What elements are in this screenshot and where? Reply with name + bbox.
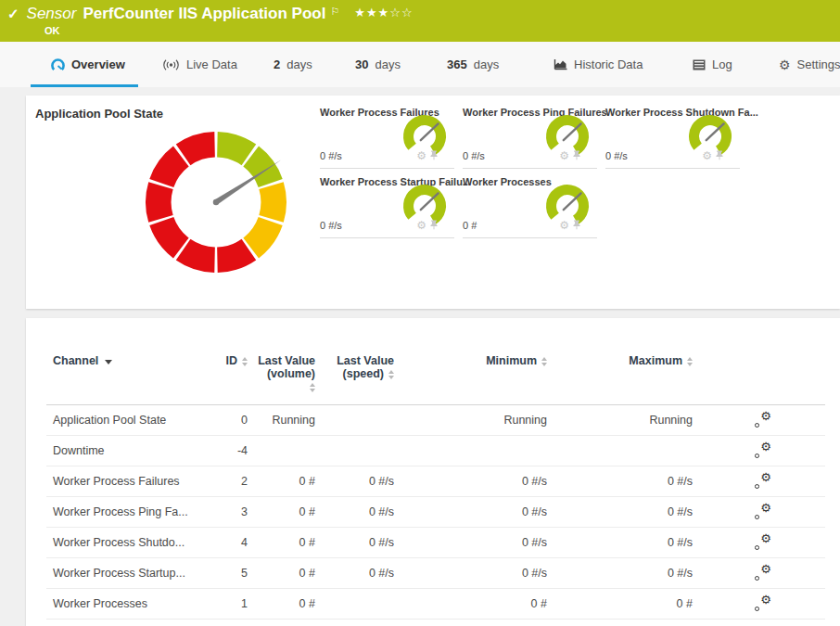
mini-gauge-tile[interactable]: Worker Process Ping Failures 0 #/s ⚙ xyxy=(463,104,597,169)
table-row[interactable]: Application Pool State 0 Running Running… xyxy=(46,405,825,436)
pin-icon[interactable] xyxy=(716,147,723,164)
cell-id: 0 xyxy=(204,414,248,427)
cell-minimum: 0 #/s xyxy=(394,536,547,549)
tab-label: Live Data xyxy=(186,57,237,71)
gear-icon: ⚙ xyxy=(779,58,791,71)
tab-365-days[interactable]: 365 days xyxy=(447,42,499,87)
cell-channel[interactable]: Worker Processes xyxy=(46,597,204,610)
cell-last-volume: Running xyxy=(248,414,315,427)
cell-minimum: 0 #/s xyxy=(394,567,547,580)
mini-gauge-tile[interactable]: Worker Process Failures 0 #/s ⚙ xyxy=(320,104,454,169)
status-badge: OK xyxy=(45,25,60,36)
cell-channel[interactable]: Worker Process Ping Fa... xyxy=(46,505,204,518)
mini-gauge-tile[interactable]: Worker Process Shutdown Fa... 0 #/s ⚙ xyxy=(605,104,740,169)
cell-id: 3 xyxy=(204,505,248,518)
table-row[interactable]: Worker Process Startup... 5 0 # 0 #/s 0 … xyxy=(46,558,825,589)
cell-id: 2 xyxy=(204,475,248,488)
tab-days-number: 365 xyxy=(447,57,467,71)
table-header: Channel ID Last Value (volume) Last Valu… xyxy=(46,352,825,405)
tab-label: Settings xyxy=(797,57,840,71)
cell-minimum: 0 #/s xyxy=(394,475,547,488)
cell-maximum: 0 # xyxy=(547,597,693,610)
cell-minimum: 0 #/s xyxy=(394,505,547,518)
sensor-title: PerfCounter IIS Application Pool xyxy=(83,5,325,23)
col-last-value-volume[interactable]: Last Value (volume) xyxy=(248,352,315,404)
col-id[interactable]: ID xyxy=(204,352,248,404)
channel-table: Channel ID Last Value (volume) Last Valu… xyxy=(46,352,825,620)
channel-settings-icon[interactable]: ⚙ xyxy=(755,504,771,518)
sort-caret-icon xyxy=(105,360,112,364)
cell-channel[interactable]: Worker Process Startup... xyxy=(46,567,204,580)
tab-days-number: 2 xyxy=(274,57,280,71)
table-row[interactable]: Downtime -4 ⚙ xyxy=(46,436,825,466)
cell-channel[interactable]: Worker Process Failures xyxy=(46,475,204,488)
cell-maximum: 0 #/s xyxy=(547,475,693,488)
live-data-icon xyxy=(162,59,180,70)
tab-label: Historic Data xyxy=(574,57,643,71)
cell-maximum: 0 #/s xyxy=(547,505,693,518)
tab-log[interactable]: Log xyxy=(693,42,732,87)
col-label: ID xyxy=(226,354,238,367)
channel-settings-icon[interactable]: ⚙ xyxy=(755,412,771,427)
col-channel[interactable]: Channel xyxy=(46,352,204,404)
col-minimum[interactable]: Minimum xyxy=(394,352,547,404)
gauge-settings-gear-icon[interactable]: ⚙ xyxy=(559,150,569,161)
tab-days-unit: days xyxy=(474,57,499,71)
table-row[interactable]: Worker Processes 1 0 # 0 # 0 # ⚙ xyxy=(46,589,825,620)
tab-historic-data[interactable]: Historic Data xyxy=(554,42,643,87)
tab-live-data[interactable]: Live Data xyxy=(162,42,237,87)
table-row[interactable]: Worker Process Failures 2 0 # 0 #/s 0 #/… xyxy=(46,466,825,497)
log-icon xyxy=(693,59,706,70)
col-last-value-speed[interactable]: Last Value (speed) xyxy=(315,352,394,404)
cell-last-speed: 0 #/s xyxy=(315,567,394,580)
channel-settings-icon[interactable]: ⚙ xyxy=(755,565,771,580)
cell-last-speed: 0 #/s xyxy=(315,536,394,549)
tab-2-days[interactable]: 2 days xyxy=(274,42,312,87)
cell-id: 5 xyxy=(204,567,248,580)
cell-maximum: 0 #/s xyxy=(547,536,693,549)
channel-settings-icon[interactable]: ⚙ xyxy=(755,595,771,610)
channel-settings-icon[interactable]: ⚙ xyxy=(755,534,771,549)
tab-settings[interactable]: ⚙ Settings xyxy=(779,42,840,87)
col-label: (volume) xyxy=(248,367,315,380)
table-row[interactable]: Worker Process Ping Fa... 3 0 # 0 #/s 0 … xyxy=(46,497,825,528)
stars-filled[interactable]: ★★★ xyxy=(354,6,389,19)
historic-chart-icon xyxy=(554,58,567,70)
pin-icon[interactable] xyxy=(573,147,580,164)
col-label: Last Value xyxy=(248,354,315,367)
mini-gauge-value: 0 #/s xyxy=(320,220,342,231)
stars-empty[interactable]: ☆☆ xyxy=(389,6,413,19)
tab-label: Overview xyxy=(71,57,125,71)
channel-settings-icon[interactable]: ⚙ xyxy=(755,473,771,488)
mini-gauge-tile[interactable]: Worker Processes 0 # ⚙ xyxy=(463,173,597,238)
channel-table-panel: Channel ID Last Value (volume) Last Valu… xyxy=(26,318,840,626)
tab-days-number: 30 xyxy=(355,57,368,71)
gauge-settings-gear-icon[interactable]: ⚙ xyxy=(559,220,569,231)
gauge-settings-gear-icon[interactable]: ⚙ xyxy=(702,150,712,161)
gauge-settings-gear-icon[interactable]: ⚙ xyxy=(416,150,426,161)
channel-settings-icon[interactable]: ⚙ xyxy=(755,442,771,457)
cell-last-volume: 0 # xyxy=(248,475,315,488)
cell-channel[interactable]: Downtime xyxy=(46,444,204,457)
application-pool-state-gauge[interactable] xyxy=(128,114,304,290)
priority-stars[interactable]: ★★★☆☆ xyxy=(354,6,413,19)
tab-30-days[interactable]: 30 days xyxy=(355,42,401,87)
cell-maximum: Running xyxy=(547,414,693,427)
gauge-icon xyxy=(51,58,65,71)
cell-channel[interactable]: Application Pool State xyxy=(46,414,204,427)
mini-gauge-grid: Worker Process Failures 0 #/s ⚙ Worker P… xyxy=(320,104,756,243)
flag-icon[interactable]: ⚐ xyxy=(330,6,339,18)
pin-icon[interactable] xyxy=(573,217,580,234)
cell-channel[interactable]: Worker Process Shutdo... xyxy=(46,536,204,549)
mini-gauge-tile[interactable]: Worker Process Startup Failu... 0 #/s ⚙ xyxy=(320,173,454,238)
tab-overview[interactable]: Overview xyxy=(51,42,125,87)
cell-id: 1 xyxy=(204,597,248,610)
table-row[interactable]: Worker Process Shutdo... 4 0 # 0 #/s 0 #… xyxy=(46,528,825,558)
col-label: Channel xyxy=(53,354,98,367)
gauge-settings-gear-icon[interactable]: ⚙ xyxy=(416,220,426,231)
col-maximum[interactable]: Maximum xyxy=(547,352,693,404)
cell-minimum: Running xyxy=(394,414,547,427)
pin-icon[interactable] xyxy=(430,217,438,234)
pin-icon[interactable] xyxy=(430,147,438,164)
sensor-kind-label: Sensor xyxy=(27,5,77,23)
